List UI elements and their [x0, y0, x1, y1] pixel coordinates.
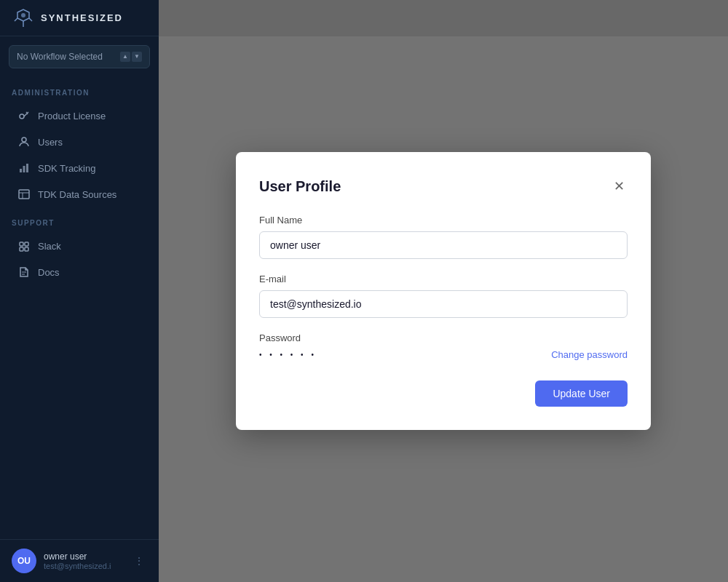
chevron-down-button[interactable]: ▼	[132, 52, 142, 62]
main-content: User Profile ✕ Full Name E-mail Password…	[159, 0, 728, 582]
svg-rect-7	[20, 242, 23, 246]
sidebar-item-sdk-tracking[interactable]: SDK Tracking	[6, 156, 153, 180]
password-group: Password • • • • • • Change password	[259, 332, 628, 360]
user-menu-button[interactable]: ⋮	[131, 552, 147, 570]
sidebar: SYNTHESIZED No Workflow Selected ▲ ▼ ADM…	[0, 0, 159, 582]
password-label: Password	[259, 332, 628, 343]
chart-icon	[17, 162, 31, 175]
sidebar-item-label-users: Users	[38, 137, 63, 148]
svg-rect-6	[19, 190, 29, 199]
svg-rect-10	[25, 247, 28, 251]
sidebar-logo: SYNTHESIZED	[0, 0, 159, 36]
sidebar-item-label-slack: Slack	[38, 241, 61, 252]
svg-rect-4	[23, 166, 25, 172]
avatar: OU	[12, 549, 36, 573]
svg-point-1	[20, 114, 24, 119]
email-input[interactable]	[259, 290, 628, 318]
user-display-name: owner user	[44, 551, 131, 562]
sidebar-item-docs[interactable]: Docs	[6, 260, 153, 284]
user-icon	[17, 135, 31, 148]
full-name-input[interactable]	[259, 231, 628, 259]
sidebar-item-product-license[interactable]: Product License	[6, 103, 153, 128]
administration-section-label: ADMINISTRATION	[0, 77, 159, 103]
sidebar-item-label-product-license: Product License	[38, 111, 106, 121]
modal-header: User Profile ✕	[259, 175, 628, 197]
user-profile-modal: User Profile ✕ Full Name E-mail Password…	[236, 152, 651, 430]
sidebar-item-label-tdk-data-sources: TDK Data Sources	[38, 189, 116, 200]
modal-overlay: User Profile ✕ Full Name E-mail Password…	[159, 0, 728, 582]
document-icon	[17, 266, 31, 279]
sidebar-bottom-user: OU owner user test@synthesized.i ⋮	[0, 539, 159, 582]
sidebar-item-label-sdk-tracking: SDK Tracking	[38, 163, 95, 174]
change-password-button[interactable]: Change password	[551, 349, 628, 360]
workflow-selector-controls: ▲ ▼	[120, 52, 142, 62]
password-dots: • • • • • •	[259, 351, 317, 359]
user-email: test@synthesized.i	[44, 562, 131, 570]
full-name-group: Full Name	[259, 215, 628, 259]
user-info: owner user test@synthesized.i	[44, 551, 131, 570]
chevron-up-button[interactable]: ▲	[120, 52, 130, 62]
update-user-button[interactable]: Update User	[535, 380, 628, 407]
svg-rect-9	[20, 247, 23, 251]
workflow-selector-label: No Workflow Selected	[17, 52, 103, 62]
sidebar-item-tdk-data-sources[interactable]: TDK Data Sources	[6, 182, 153, 207]
sidebar-item-slack[interactable]: Slack	[6, 234, 153, 258]
modal-close-button[interactable]: ✕	[611, 175, 628, 197]
modal-title: User Profile	[259, 178, 341, 195]
hashtag-icon	[17, 239, 31, 252]
sidebar-item-users[interactable]: Users	[6, 129, 153, 154]
full-name-label: Full Name	[259, 215, 628, 226]
logo-text: SYNTHESIZED	[41, 12, 123, 23]
key-icon	[17, 109, 31, 122]
workflow-selector[interactable]: No Workflow Selected ▲ ▼	[9, 45, 150, 68]
email-group: E-mail	[259, 274, 628, 318]
svg-point-0	[21, 13, 25, 17]
modal-footer: Update User	[259, 380, 628, 407]
email-label: E-mail	[259, 274, 628, 284]
table-icon	[17, 188, 31, 201]
svg-rect-3	[20, 169, 22, 172]
support-section-label: SUPPORT	[0, 207, 159, 233]
logo-icon	[12, 7, 35, 30]
svg-point-2	[22, 137, 26, 142]
svg-rect-8	[25, 242, 28, 246]
password-row: • • • • • • Change password	[259, 349, 628, 360]
sidebar-item-label-docs: Docs	[38, 267, 60, 278]
svg-rect-5	[26, 164, 28, 172]
